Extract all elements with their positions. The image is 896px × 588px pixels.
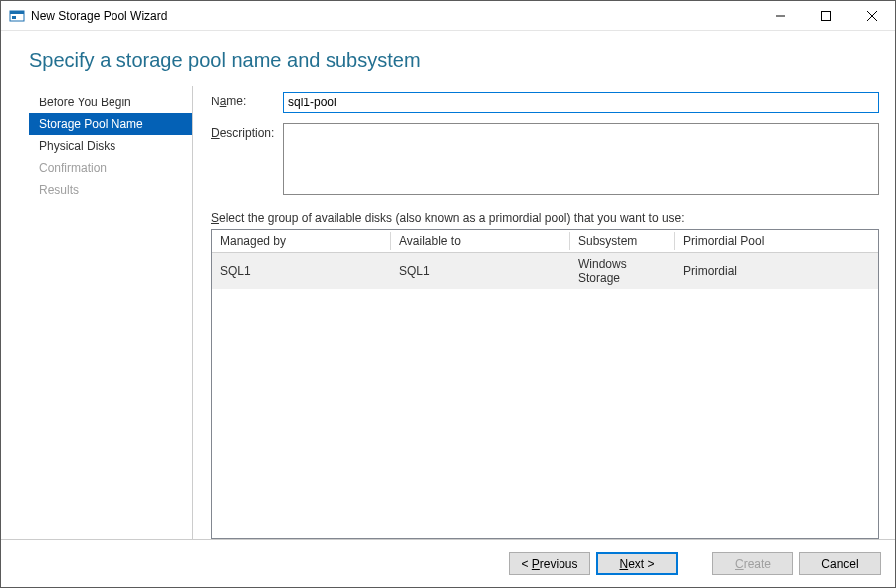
name-row: Name: <box>211 92 879 113</box>
wizard-steps: Before You Begin Storage Pool Name Physi… <box>29 86 193 539</box>
step-results: Results <box>29 179 192 201</box>
cancel-button[interactable]: Cancel <box>799 552 881 575</box>
step-confirmation: Confirmation <box>29 157 192 179</box>
description-row: Description: <box>211 123 879 195</box>
svg-rect-4 <box>822 11 831 20</box>
previous-button[interactable]: < Previous <box>509 552 590 575</box>
table-row[interactable]: SQL1 SQL1 Windows Storage Primordial <box>212 253 878 290</box>
col-subsystem[interactable]: Subsystem <box>570 230 675 253</box>
step-storage-pool-name[interactable]: Storage Pool Name <box>29 113 192 135</box>
col-primordial-pool[interactable]: Primordial Pool <box>675 230 878 253</box>
titlebar: New Storage Pool Wizard <box>1 1 895 31</box>
wizard-window: New Storage Pool Wizard Specify a storag… <box>0 0 896 588</box>
cell-managed-by: SQL1 <box>212 253 391 290</box>
svg-rect-1 <box>10 11 24 14</box>
name-input[interactable] <box>283 92 879 113</box>
cell-primordial: Primordial <box>675 253 878 290</box>
col-managed-by[interactable]: Managed by <box>212 230 391 253</box>
table-header-row: Managed by Available to Subsystem Primor… <box>212 230 878 253</box>
name-label: Name: <box>211 92 283 108</box>
step-before-you-begin[interactable]: Before You Begin <box>29 92 192 113</box>
app-icon <box>9 8 25 24</box>
wizard-footer: < Previous Next > Create Cancel <box>1 539 895 587</box>
window-title: New Storage Pool Wizard <box>31 9 167 23</box>
wizard-header: Specify a storage pool name and subsyste… <box>1 31 895 86</box>
primordial-pool-table-wrap[interactable]: Managed by Available to Subsystem Primor… <box>211 229 879 539</box>
wizard-main: Name: Description: Select the group of a… <box>193 86 879 539</box>
select-pool-label: Select the group of available disks (als… <box>211 211 879 225</box>
cell-available-to: SQL1 <box>391 253 570 290</box>
step-physical-disks[interactable]: Physical Disks <box>29 135 192 157</box>
next-button[interactable]: Next > <box>596 552 678 575</box>
wizard-body: Before You Begin Storage Pool Name Physi… <box>1 86 895 539</box>
description-label: Description: <box>211 123 283 140</box>
page-title: Specify a storage pool name and subsyste… <box>29 49 867 72</box>
description-input[interactable] <box>283 123 879 195</box>
cell-subsystem: Windows Storage <box>570 253 675 290</box>
primordial-pool-table: Managed by Available to Subsystem Primor… <box>212 230 878 289</box>
minimize-button[interactable] <box>758 1 803 31</box>
col-available-to[interactable]: Available to <box>391 230 570 253</box>
svg-rect-2 <box>12 16 16 19</box>
maximize-button[interactable] <box>803 1 849 31</box>
close-button[interactable] <box>849 1 895 31</box>
create-button: Create <box>712 552 793 575</box>
